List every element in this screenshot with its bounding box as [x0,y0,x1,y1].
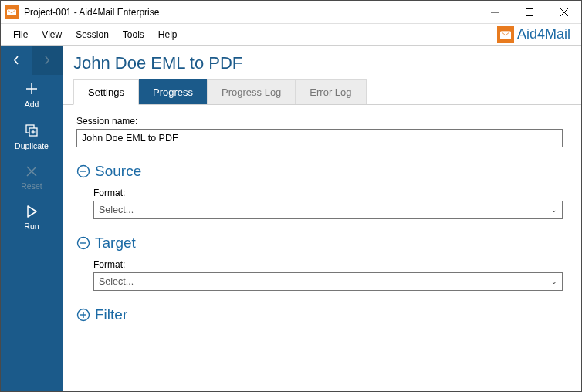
titlebar: Project-001 - Aid4Mail Enterprise [1,1,581,24]
sidebar-item-run[interactable]: Run [1,198,63,238]
collapse-minus-icon [76,236,90,250]
target-title: Target [95,235,136,252]
sidebar-item-label: Duplicate [15,141,49,150]
target-format-label: Format: [93,259,563,270]
duplicate-icon [24,123,39,138]
session-name-input[interactable] [76,129,563,147]
source-format-label: Format: [93,188,563,198]
maximize-button[interactable] [512,1,546,24]
brand-text: Aid4Mail [517,26,570,42]
sidebar-item-reset: Reset [1,158,63,198]
main: John Doe EML to PDF Settings Progress Pr… [63,46,581,391]
expand-plus-icon [76,308,90,322]
window-title: Project-001 - Aid4Mail Enterprise [24,7,477,18]
app-window: Project-001 - Aid4Mail Enterprise File V… [0,0,582,392]
target-body: Format: Select... ⌄ [76,252,563,291]
tabs: Settings Progress Progress Log Error Log [63,79,581,105]
collapse-minus-icon [76,164,90,178]
sidebar-item-add[interactable]: Add [1,75,63,117]
svg-rect-2 [526,8,533,15]
target-format-select[interactable]: Select... ⌄ [93,272,563,291]
menu-file[interactable]: File [7,26,34,43]
menu-session[interactable]: Session [69,26,115,43]
menu-help[interactable]: Help [152,26,184,43]
minimize-button[interactable] [477,1,512,24]
filter-title: Filter [95,306,127,323]
app-logo-icon [4,5,19,20]
play-icon [25,204,39,218]
section-source-header[interactable]: Source [76,163,563,180]
nav-next-button[interactable] [32,46,63,75]
page-title: John Doe EML to PDF [73,53,570,73]
session-name-label: Session name: [76,116,563,127]
sidebar-item-duplicate[interactable]: Duplicate [1,117,63,158]
close-button[interactable] [546,1,581,24]
section-source: Source Format: Select... ⌄ [76,163,563,219]
menubar: File View Session Tools Help Aid4Mail [1,24,581,46]
sidebar-item-label: Reset [21,181,42,191]
sidebar: Add Duplicate Reset Run [1,46,63,391]
target-format-value: Select... [99,276,134,287]
nav-prev-button[interactable] [1,46,32,75]
brand: Aid4Mail [497,26,575,43]
close-x-icon [25,164,39,178]
source-body: Format: Select... ⌄ [76,180,563,219]
plus-icon [24,81,39,96]
source-format-value: Select... [99,204,134,215]
settings-panel: Session name: Source Format: Select... ⌄ [63,105,581,391]
source-format-select[interactable]: Select... ⌄ [93,201,563,219]
tab-settings[interactable]: Settings [73,79,139,105]
menu-tools[interactable]: Tools [117,26,151,43]
tab-progress[interactable]: Progress [138,79,208,104]
body: Add Duplicate Reset Run [1,46,581,391]
chevron-down-icon: ⌄ [551,206,557,214]
chevron-left-icon [12,56,20,65]
section-target-header[interactable]: Target [76,235,563,252]
brand-icon [497,26,514,43]
page-header: John Doe EML to PDF [63,46,581,79]
menu-view[interactable]: View [36,26,68,43]
section-target: Target Format: Select... ⌄ [76,235,563,291]
sidebar-item-label: Run [24,221,39,231]
section-filter: Filter [76,306,563,323]
chevron-down-icon: ⌄ [551,278,557,286]
chevron-right-icon [43,56,51,65]
tab-progress-log[interactable]: Progress Log [207,79,296,104]
nav-row [1,46,63,75]
sidebar-item-label: Add [25,100,39,109]
section-filter-header[interactable]: Filter [76,306,563,323]
source-title: Source [95,163,141,180]
tab-error-log[interactable]: Error Log [295,79,366,104]
